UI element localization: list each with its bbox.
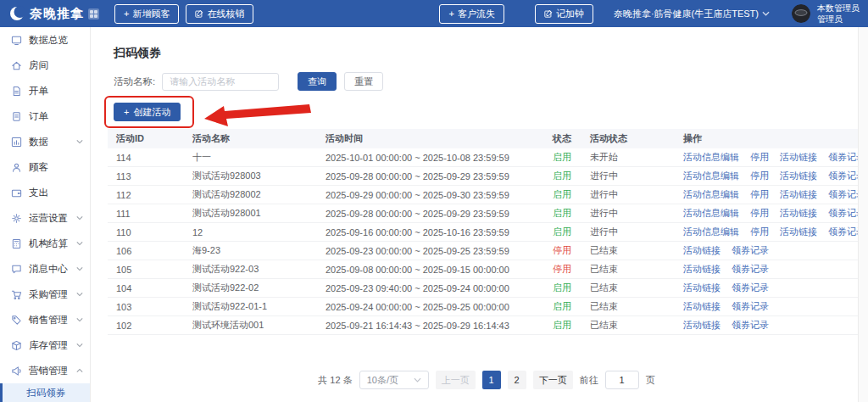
action-link[interactable]: 活动链接 [780,170,817,182]
store-selector[interactable]: 奈晚推拿·筋骨健康(牛王庙店TEST) [614,8,770,20]
next-page-button[interactable]: 下一页 [533,371,573,389]
activity-id: 104 [108,283,184,293]
activity-status: 进行中 [581,188,675,201]
table-row: 106海9-232025-09-23 00:00:00 ~ 2025-09-25… [108,242,865,260]
prev-page-button[interactable]: 上一页 [436,371,476,389]
sidebar-item[interactable]: 销售管理 [0,307,90,332]
table-row: 102测试环境活动0012025-09-21 16:14:43 ~ 2025-0… [108,316,865,335]
action-link[interactable]: 领券记录 [732,319,769,332]
new-customer-button[interactable]: + 新增顾客 [114,4,179,24]
page-number-button[interactable]: 1 [482,371,501,389]
activity-id: 113 [108,171,184,181]
sidebar-item[interactable]: 采购管理 [0,282,90,307]
action-link[interactable]: 活动链接 [683,319,721,332]
avatar[interactable] [792,4,810,23]
sidebar-item[interactable]: 开单 [0,78,90,103]
action-link[interactable]: 活动信息编辑 [683,207,739,220]
row-actions: 活动信息编辑停用活动链接领券记录 [675,207,865,220]
sidebar-subitem-scan-coupon[interactable]: 扫码领券 [0,383,90,402]
plus-icon: + [124,107,129,117]
activity-time: 2025-09-23 09:40:00 ~ 2025-09-24 00:00:0… [317,283,544,293]
action-link[interactable]: 领券记录 [732,244,769,257]
activity-name-input[interactable] [162,73,279,91]
activity-status: 进行中 [581,226,675,238]
sidebar-item[interactable]: 营销管理 [0,358,90,383]
message-icon [11,264,22,275]
sidebar-item[interactable]: 顾客 [0,154,90,180]
activity-name: 测试活动922-01-1 [184,300,317,313]
record-overtime-button[interactable]: 记加钟 [535,4,593,24]
action-link[interactable]: 领券记录 [732,263,769,276]
create-activity-button[interactable]: + 创建活动 [114,103,181,121]
action-link[interactable]: 停用 [750,207,769,220]
action-link[interactable]: 活动链接 [780,188,817,201]
sidebar-item-label: 房间 [29,59,48,72]
action-link[interactable]: 领券记录 [732,300,769,313]
table-row: 114十一2025-10-01 00:00:00 ~ 2025-10-08 23… [108,148,865,167]
activity-name: 海9-23 [184,244,317,257]
cart-icon [11,289,22,300]
sidebar-item-label: 销售管理 [29,314,68,327]
table-row: 105测试活动922-032025-09-08 00:00:00 ~ 2025-… [108,260,865,279]
sidebar-item[interactable]: 数据 [0,129,90,154]
action-link[interactable]: 领券记录 [732,282,769,294]
page-number-button[interactable]: 2 [508,371,526,389]
row-actions: 活动链接领券记录 [675,300,865,313]
status-badge: 停用 [544,263,581,276]
sidebar-item[interactable]: 消息中心 [0,256,90,282]
action-link[interactable]: 活动信息编辑 [683,170,739,182]
action-link[interactable]: 活动链接 [780,151,817,164]
activity-status: 未开始 [581,151,675,164]
sidebar-item[interactable]: 房间 [0,53,90,78]
customer-loss-button[interactable]: + 客户流失 [439,4,504,24]
action-link[interactable]: 停用 [750,226,769,238]
sidebar-item[interactable]: 机构结算 [0,231,90,256]
edit-icon [544,9,553,18]
action-link[interactable]: 活动链接 [780,226,817,238]
chevron-down-icon [76,316,83,323]
activity-name: 十一 [184,151,317,164]
user-role: 管理员 [817,14,860,25]
action-link[interactable]: 停用 [750,188,769,201]
activity-status: 已结束 [581,282,675,294]
sidebar-item[interactable]: 库存管理 [0,332,90,358]
chevron-down-icon [762,10,770,17]
sidebar-item-label: 营销管理 [29,365,68,377]
action-link[interactable]: 活动信息编辑 [683,226,739,238]
activity-name: 测试活动922-02 [184,282,317,294]
activity-time: 2025-09-23 00:00:00 ~ 2025-09-25 23:59:5… [317,246,544,256]
activity-name: 测试活动922-03 [184,263,317,276]
sidebar-item[interactable]: 支出 [0,180,90,205]
sidebar-item-label: 机构结算 [29,237,68,250]
action-link[interactable]: 活动链接 [683,300,721,313]
sidebar-item[interactable]: 运营设置 [0,205,90,231]
row-actions: 活动信息编辑停用活动链接领券记录 [675,151,865,164]
activity-id: 111 [108,209,184,219]
chevron-down-icon [76,265,83,272]
status-badge: 启用 [544,188,581,201]
search-button[interactable]: 查询 [298,72,337,91]
action-link[interactable]: 活动信息编辑 [683,188,739,201]
doc-icon [11,86,22,97]
action-link[interactable]: 停用 [750,170,769,182]
action-link[interactable]: 活动链接 [683,244,721,257]
activity-time: 2025-09-16 00:00:00 ~ 2025-10-16 23:59:5… [317,227,544,237]
scrollbar[interactable] [858,27,868,402]
action-link[interactable]: 停用 [750,151,769,164]
action-link[interactable]: 活动链接 [683,263,721,276]
calc-icon [11,238,22,249]
box-icon [11,340,22,351]
action-link[interactable]: 活动链接 [683,282,721,294]
goto-page-input[interactable] [605,371,639,389]
sidebar-item[interactable]: 订单 [0,103,90,129]
action-link[interactable]: 活动链接 [780,207,817,220]
online-verify-button[interactable]: 在线核销 [186,4,253,24]
reset-button[interactable]: 重置 [344,72,383,91]
status-badge: 启用 [544,226,581,238]
chevron-down-icon [76,215,83,221]
app-title: 奈晚推拿 [30,6,84,22]
sidebar-item[interactable]: 数据总览 [0,27,90,53]
annotation-arrow [203,101,314,130]
action-link[interactable]: 活动信息编辑 [683,151,739,164]
page-size-select[interactable]: 10条/页 [359,371,429,389]
